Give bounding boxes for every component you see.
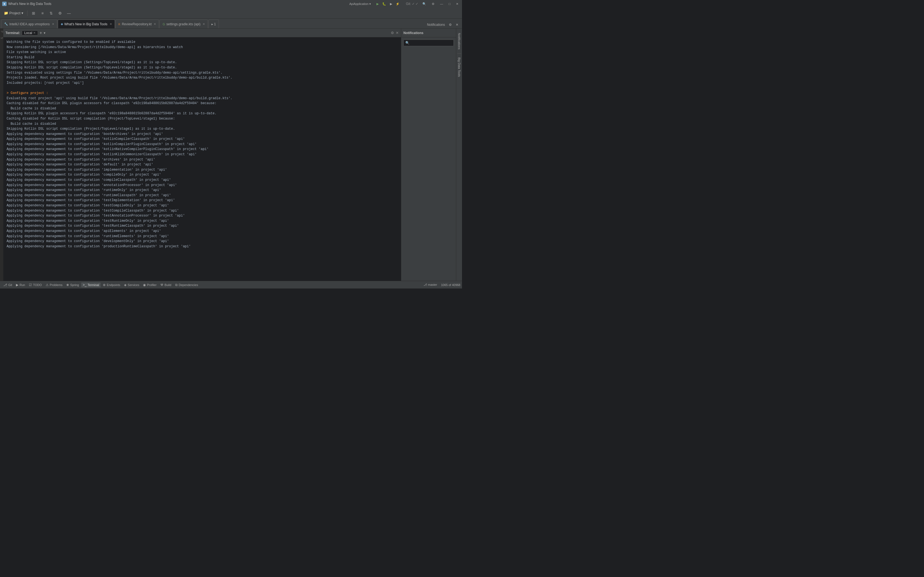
status-run-item[interactable]: ▶ Run bbox=[14, 282, 27, 287]
status-services-item[interactable]: ◈ Services bbox=[123, 282, 141, 287]
sidebar-big-data-section[interactable]: Big Data Tools bbox=[457, 55, 462, 79]
terminal-line: Build cache is disabled bbox=[6, 121, 397, 127]
status-profiler-label: Profiler bbox=[147, 283, 157, 287]
toolbar-sort-btn[interactable]: ⇅ bbox=[47, 9, 55, 17]
terminal-line: > Configure project : bbox=[6, 91, 397, 96]
terminal-line: Skipping Kotlin DSL script compilation (… bbox=[6, 60, 397, 65]
tab-whats-new-icon: ◆ bbox=[61, 22, 63, 26]
terminal-line: Applying dependency management to config… bbox=[6, 172, 397, 177]
tab-whats-new-close[interactable]: ✕ bbox=[110, 23, 112, 26]
terminal-line: Applying dependency management to config… bbox=[6, 167, 397, 172]
terminal-body[interactable]: Watching the file system is configured t… bbox=[3, 37, 401, 281]
terminal-header-right: ⚙ ✕ bbox=[391, 31, 399, 35]
tab-review[interactable]: K ReviewRepository.kt ✕ bbox=[115, 19, 159, 28]
notifications-search-input[interactable] bbox=[404, 40, 454, 46]
terminal-line: Caching disabled for Kotlin DSL script c… bbox=[6, 116, 397, 121]
terminal-local-tab[interactable]: Local ✕ bbox=[22, 31, 38, 35]
terminal-line: Applying dependency management to config… bbox=[6, 218, 397, 224]
toolbar-settings-btn[interactable]: ⚙ bbox=[56, 9, 64, 17]
status-todo-item[interactable]: ☑ TODO bbox=[27, 282, 44, 287]
search-everywhere-btn[interactable]: 🔍 bbox=[421, 2, 428, 6]
notifications-panel-header: Notifications bbox=[401, 29, 456, 37]
status-profiler-item[interactable]: ◉ Profiler bbox=[141, 282, 158, 287]
terminal-line: Applying dependency management to config… bbox=[6, 157, 397, 163]
terminal-local-close[interactable]: ✕ bbox=[33, 31, 36, 34]
coverage-btn[interactable]: ▶ bbox=[389, 2, 394, 6]
git-status: Git: ✓ ✓ bbox=[406, 2, 418, 6]
tab-review-close[interactable]: ✕ bbox=[154, 23, 156, 26]
status-branch[interactable]: ⎇ master bbox=[422, 282, 439, 287]
tab-settings-close[interactable]: ✕ bbox=[203, 23, 205, 26]
settings-gear-btn[interactable]: ⚙ bbox=[447, 22, 453, 27]
toolbar-layout-btn[interactable]: ⊞ bbox=[30, 9, 37, 17]
status-git-item[interactable]: ⎇ Git bbox=[2, 282, 14, 287]
close-btn[interactable]: ✕ bbox=[455, 2, 460, 6]
toolbar-list-btn[interactable]: ≡ bbox=[39, 9, 46, 17]
tab-whats-new[interactable]: ◆ What's New in Big Data Tools ✕ bbox=[58, 19, 115, 28]
tab-review-icon: K bbox=[118, 23, 120, 26]
notifications-btn[interactable]: Notifications bbox=[426, 22, 446, 27]
status-terminal-item[interactable]: >_ Terminal bbox=[81, 282, 101, 287]
tab-intellij[interactable]: 🔧 IntelliJ IDEA.app.vmoptions ✕ bbox=[1, 19, 57, 28]
status-endpoints-item[interactable]: ⊕ Endpoints bbox=[101, 282, 122, 287]
tab-intellij-label: IntelliJ IDEA.app.vmoptions bbox=[9, 22, 50, 26]
terminal-line: Applying dependency management to config… bbox=[6, 183, 397, 188]
minimize-btn[interactable]: — bbox=[439, 2, 444, 6]
terminal-line: Starting Build bbox=[6, 55, 397, 60]
status-problems-icon: ⚠ bbox=[46, 283, 48, 287]
settings-btn[interactable]: ⚙ bbox=[430, 2, 436, 6]
tab-settings[interactable]: G settings.gradle.kts (api) ✕ bbox=[160, 19, 208, 28]
terminal-line: Applying dependency management to config… bbox=[6, 193, 397, 198]
status-todo-icon: ☑ bbox=[29, 283, 32, 287]
terminal-close-btn[interactable]: ✕ bbox=[396, 31, 399, 35]
terminal-label: Terminal: bbox=[5, 31, 20, 35]
terminal-line: Applying dependency management to config… bbox=[6, 223, 397, 229]
run-btn[interactable]: ▶ bbox=[375, 2, 380, 6]
status-dependencies-item[interactable]: ⧉ Dependencies bbox=[173, 282, 200, 287]
tab-intellij-close[interactable]: ✕ bbox=[52, 23, 54, 26]
terminal-settings-btn[interactable]: ⚙ bbox=[391, 31, 394, 35]
terminal-line: File system watching is active bbox=[6, 50, 397, 55]
status-endpoints-icon: ⊕ bbox=[103, 283, 106, 287]
terminal-line: Applying dependency management to config… bbox=[6, 177, 397, 183]
project-icon: 📁 bbox=[4, 11, 8, 15]
terminal-add-btn[interactable]: + bbox=[40, 31, 42, 35]
sidebar-structure-icon[interactable]: S bbox=[0, 37, 3, 39]
status-build-item[interactable]: ⚒ Build bbox=[159, 282, 173, 287]
tab-extra-label: ▸ 1 bbox=[212, 22, 216, 26]
title-bar: ◆ What's New in Big Data Tools ApiApplic… bbox=[0, 0, 462, 8]
terminal-line: Projects loaded. Root project using buil… bbox=[6, 75, 397, 81]
maximize-btn[interactable]: □ bbox=[447, 2, 452, 6]
app-icon: ◆ bbox=[2, 2, 6, 6]
terminal-dropdown-btn[interactable]: ▾ bbox=[44, 31, 45, 35]
terminal-line: Applying dependency management to config… bbox=[6, 198, 397, 203]
terminal-line: Applying dependency management to config… bbox=[6, 132, 397, 137]
profile-btn[interactable]: ⚡ bbox=[394, 2, 401, 6]
title-bar-controls: ApiApplication ▾ ▶ 🐛 ▶ ⚡ Git: ✓ ✓ 🔍 ⚙ — … bbox=[348, 2, 460, 6]
terminal-line: Applying dependency management to config… bbox=[6, 213, 397, 218]
status-services-label: Services bbox=[128, 283, 139, 287]
status-problems-label: Problems bbox=[50, 283, 62, 287]
api-application-btn[interactable]: ApiApplication ▾ bbox=[348, 2, 372, 6]
left-sidebar: P S bbox=[0, 29, 3, 281]
tabs-close-btn[interactable]: ✕ bbox=[454, 22, 460, 27]
status-git-label: Git bbox=[8, 283, 12, 287]
debug-btn[interactable]: 🐛 bbox=[381, 2, 388, 6]
toolbar-collapse-btn[interactable]: — bbox=[65, 9, 73, 17]
sidebar-notifications-section[interactable]: Notifications bbox=[457, 31, 462, 52]
tab-whats-new-label: What's New in Big Data Tools bbox=[65, 22, 108, 26]
status-problems-item[interactable]: ⚠ Problems bbox=[44, 282, 64, 287]
terminal-line: Applying dependency management to config… bbox=[6, 208, 397, 213]
sidebar-project-icon[interactable]: P bbox=[0, 31, 3, 33]
terminal-line: Applying dependency management to config… bbox=[6, 203, 397, 208]
terminal-line: Watching the file system is configured t… bbox=[6, 40, 397, 45]
tab-extra[interactable]: ▸ 1 bbox=[208, 19, 219, 28]
project-button[interactable]: 📁 Project ▾ bbox=[2, 10, 25, 16]
project-dropdown-icon: ▾ bbox=[21, 11, 23, 15]
terminal-local-label: Local bbox=[24, 31, 32, 35]
notifications-search-box bbox=[404, 40, 454, 46]
terminal-line: Applying dependency management to config… bbox=[6, 229, 397, 234]
status-spring-icon: ❀ bbox=[66, 283, 69, 287]
status-spring-item[interactable]: ❀ Spring bbox=[65, 282, 81, 287]
terminal-line: Build cache is disabled bbox=[6, 106, 397, 111]
